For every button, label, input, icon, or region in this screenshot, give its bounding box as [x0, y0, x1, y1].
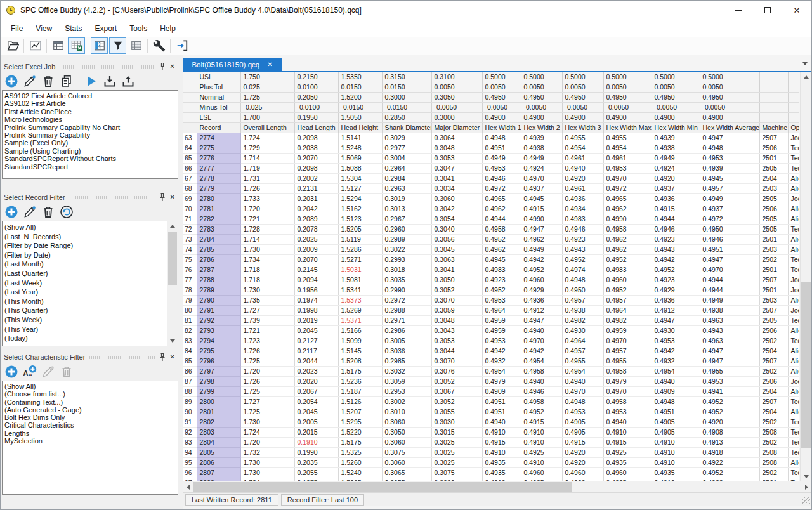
- data-cell[interactable]: 1.732: [240, 448, 294, 458]
- data-cell[interactable]: Alic: [788, 214, 799, 225]
- data-cell[interactable]: 0.4952: [652, 265, 700, 275]
- data-cell[interactable]: 0.4938: [652, 143, 700, 154]
- data-cell[interactable]: 1.5269: [338, 306, 382, 316]
- grid-horizontal-scrollbar[interactable]: [183, 481, 811, 492]
- data-cell[interactable]: 0.4923: [652, 275, 700, 285]
- data-cell[interactable]: 0.4940: [482, 417, 521, 428]
- data-cell[interactable]: 0.4952: [482, 235, 521, 245]
- column-header-cell[interactable]: Head Height: [338, 123, 382, 133]
- list-item[interactable]: (This Year): [4, 325, 167, 334]
- record-cell[interactable]: 2794: [197, 336, 240, 346]
- record-cell[interactable]: 2787: [197, 265, 240, 275]
- data-cell[interactable]: 0.4912: [521, 306, 562, 316]
- data-cell[interactable]: 0.4945: [482, 255, 521, 265]
- data-cell[interactable]: 0.4954: [562, 143, 603, 154]
- data-cell[interactable]: 0.4938: [700, 306, 759, 316]
- data-cell[interactable]: 0.4970: [603, 336, 652, 346]
- tools-wrench-button[interactable]: [150, 37, 167, 54]
- data-cell[interactable]: 0.4954: [562, 367, 603, 377]
- data-cell[interactable]: 1.5325: [338, 448, 382, 458]
- data-cell[interactable]: 0.4935: [482, 468, 521, 478]
- data-cell[interactable]: 0.3002: [382, 397, 431, 407]
- column-header-cell[interactable]: Ope: [788, 123, 799, 133]
- data-cell[interactable]: 0.3070: [431, 296, 482, 306]
- data-cell[interactable]: 0.2986: [382, 326, 431, 336]
- data-cell[interactable]: 0.4962: [603, 204, 652, 214]
- data-cell[interactable]: Alic: [788, 346, 799, 356]
- data-cell[interactable]: 2502: [759, 367, 788, 377]
- data-cell[interactable]: 0.4939: [521, 133, 562, 143]
- data-cell[interactable]: 1.739: [240, 316, 294, 326]
- data-cell[interactable]: 0.2960: [382, 225, 431, 235]
- data-cell[interactable]: 1.718: [240, 275, 294, 285]
- data-cell[interactable]: 0.4948: [562, 275, 603, 285]
- data-cell[interactable]: 0.2031: [294, 194, 338, 204]
- close-icon[interactable]: ✕: [170, 353, 175, 360]
- data-cell[interactable]: 1.5031: [338, 265, 382, 275]
- data-cell[interactable]: 0.4983: [562, 214, 603, 225]
- minimize-button[interactable]: [724, 1, 753, 20]
- data-cell[interactable]: Ted: [788, 225, 799, 235]
- data-cell[interactable]: 0.4912: [652, 306, 700, 316]
- reset-filter-button[interactable]: [60, 205, 74, 219]
- data-cell[interactable]: 0.4951: [482, 143, 521, 154]
- data-cell[interactable]: 0.4951: [652, 407, 700, 417]
- data-cell[interactable]: 0.4949: [652, 154, 700, 164]
- data-cell[interactable]: 0.4979: [482, 377, 521, 387]
- record-cell[interactable]: 2779: [197, 184, 240, 194]
- data-cell[interactable]: 0.4957: [562, 296, 603, 306]
- record-cell[interactable]: 2801: [197, 407, 240, 417]
- data-cell[interactable]: 0.4930: [652, 326, 700, 336]
- data-cell[interactable]: 0.3076: [431, 367, 482, 377]
- data-cell[interactable]: 0.4958: [521, 367, 562, 377]
- record-cell[interactable]: 2800: [197, 397, 240, 407]
- data-cell[interactable]: 0.4939: [700, 164, 759, 174]
- data-cell[interactable]: 1.5240: [338, 468, 382, 478]
- list-item[interactable]: (Show All): [4, 223, 167, 232]
- data-cell[interactable]: 0.2967: [382, 214, 431, 225]
- data-cell[interactable]: 0.2045: [294, 407, 338, 417]
- record-filter-button[interactable]: [109, 37, 126, 54]
- data-cell[interactable]: 0.4936: [562, 194, 603, 204]
- data-cell[interactable]: 2502: [759, 438, 788, 448]
- data-cell[interactable]: 0.4953: [482, 164, 521, 174]
- import-job-button[interactable]: [103, 74, 117, 88]
- data-cell[interactable]: 0.4964: [603, 306, 652, 316]
- list-item[interactable]: (This Quarter): [4, 306, 167, 315]
- record-cell[interactable]: 2805: [197, 448, 240, 458]
- data-cell[interactable]: 0.4942: [482, 346, 521, 356]
- data-cell[interactable]: 1.728: [240, 225, 294, 235]
- data-cell[interactable]: 1.730: [240, 458, 294, 468]
- data-cell[interactable]: 1.726: [240, 346, 294, 356]
- data-cell[interactable]: 1.5081: [338, 275, 382, 285]
- record-cell[interactable]: 2781: [197, 204, 240, 214]
- column-header-cell[interactable]: Hex Width 1: [482, 123, 521, 133]
- data-cell[interactable]: 1.5127: [338, 184, 382, 194]
- record-cell[interactable]: 2783: [197, 225, 240, 235]
- data-cell[interactable]: 0.4962: [482, 204, 521, 214]
- data-cell[interactable]: 0.4938: [562, 306, 603, 316]
- scroll-down-icon[interactable]: [801, 472, 811, 481]
- data-cell[interactable]: 0.4982: [562, 316, 603, 326]
- data-cell[interactable]: 2501: [759, 285, 788, 296]
- data-cell[interactable]: 1.720: [240, 438, 294, 448]
- data-cell[interactable]: 0.2005: [294, 417, 338, 428]
- menu-item-help[interactable]: Help: [154, 22, 182, 36]
- data-cell[interactable]: 0.3029: [382, 133, 431, 143]
- data-cell[interactable]: 0.4940: [521, 326, 562, 336]
- data-cell[interactable]: 0.4959: [482, 326, 521, 336]
- data-cell[interactable]: 0.4958: [603, 225, 652, 235]
- data-cell[interactable]: 1.725: [240, 387, 294, 397]
- data-cell[interactable]: 0.4948: [562, 397, 603, 407]
- data-cell[interactable]: 0.4909: [652, 387, 700, 397]
- data-cell[interactable]: 0.4958: [603, 397, 652, 407]
- data-cell[interactable]: 0.4961: [562, 184, 603, 194]
- data-cell[interactable]: 1.730: [240, 245, 294, 255]
- data-cell[interactable]: 1.726: [240, 377, 294, 387]
- data-cell[interactable]: 0.3055: [431, 407, 482, 417]
- data-cell[interactable]: 0.3064: [431, 133, 482, 143]
- data-cell[interactable]: 0.4953: [603, 407, 652, 417]
- data-cell[interactable]: 0.4955: [562, 133, 603, 143]
- data-cell[interactable]: 0.2055: [294, 468, 338, 478]
- data-cell[interactable]: 0.4972: [700, 214, 759, 225]
